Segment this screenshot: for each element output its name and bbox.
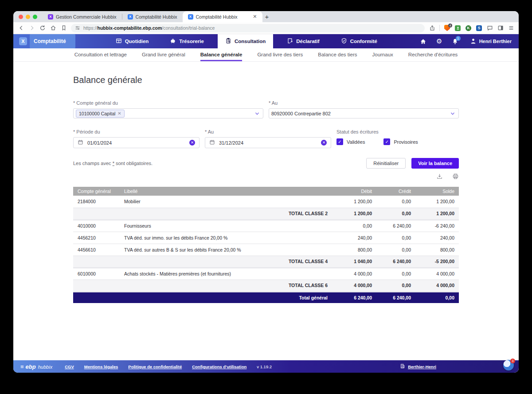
footer-link-configurations[interactable]: Configurations d'utilisation — [192, 364, 246, 369]
remove-chip-icon[interactable]: ✕ — [117, 111, 121, 116]
nav-item-tresorerie[interactable]: Trésorerie — [162, 34, 211, 48]
browser-menu-icon[interactable] — [508, 25, 514, 32]
table-row[interactable]: 4456210 TVA déd. sur immo. sur les débit… — [73, 232, 459, 244]
cell-label: Total général — [120, 292, 332, 303]
cell-solde: 4 000,00 — [415, 280, 459, 292]
table-row[interactable]: 2184000 Mobilier 1 200,00 0,00 1 200,00 — [73, 196, 459, 208]
account-from-group: * Compte général du 10100000 Capital ✕ — [73, 100, 263, 118]
cell-label: TVA déd. sur immo. sur les débits France… — [120, 232, 332, 244]
cell-credit: 0,00 — [376, 268, 415, 280]
shield-check-icon — [341, 38, 347, 45]
table-header-row: Compte général Libellé Débit Crédit Sold… — [73, 187, 459, 196]
subnav-balance-generale[interactable]: Balance générale — [200, 48, 243, 61]
nav-item-consultation[interactable]: Consultation — [218, 34, 273, 48]
footer-link-confidentialite[interactable]: Politique de confidentialité — [128, 364, 182, 369]
minimize-window-button[interactable] — [26, 15, 30, 19]
period-from-group: * Période du 01/01/2024 ✕ — [73, 129, 200, 148]
bookmark-icon[interactable] — [60, 25, 67, 32]
nav-label: Consultation — [235, 39, 266, 44]
period-to-input[interactable]: 31/12/2024 ✕ — [205, 137, 331, 148]
s-extension-icon[interactable]: S — [476, 25, 482, 32]
checkbox-validees[interactable]: ✓ Validées — [336, 138, 365, 145]
table-row[interactable]: 4456610 TVA déd. sur autres B & S sur le… — [73, 244, 459, 256]
col-header-credit[interactable]: Crédit — [376, 187, 415, 196]
upload-extension-icon[interactable] — [454, 25, 461, 32]
home-button-icon[interactable] — [418, 35, 429, 47]
clear-date-icon[interactable]: ✕ — [189, 140, 195, 146]
chat-support-widget[interactable]: 3 — [503, 360, 514, 370]
subnav-consultation-lettrage[interactable]: Consultation et lettrage — [74, 48, 127, 61]
forward-icon[interactable] — [28, 25, 35, 32]
nav-item-conformite[interactable]: Conformité — [333, 34, 385, 48]
app-brand: X Comptabilité — [13, 34, 75, 48]
browser-tab-comptabilite-active[interactable]: X Comptabilité Hubbix ✕ — [183, 11, 262, 22]
browser-tab-gestion-commerciale[interactable]: X Gestion Commerciale Hubbix — [43, 11, 122, 22]
account-to-select[interactable]: 80920000 Contrepartie 802 — [269, 108, 459, 118]
checkbox-provisoires[interactable]: ✓ Provisoires — [383, 138, 418, 145]
col-header-libelle[interactable]: Libellé — [120, 187, 332, 196]
chevron-down-icon — [450, 111, 455, 116]
footer-link-mentions[interactable]: Mentions légales — [84, 364, 118, 369]
table-tools — [73, 173, 459, 181]
status-group: Statut des écritures ✓ Validées ✓ Provis… — [336, 129, 459, 148]
reset-button[interactable]: Réinitialiser — [366, 158, 406, 169]
share-icon[interactable] — [429, 25, 435, 32]
home-icon[interactable] — [50, 25, 56, 32]
view-balance-button[interactable]: Voir la balance — [411, 158, 459, 169]
status-label: Statut des écritures — [336, 129, 459, 134]
shield-extension-icon[interactable]: 4 — [444, 25, 450, 32]
table-row[interactable]: 4010000 Fournisseurs 0,00 6 240,00 -6 24… — [73, 220, 459, 232]
site-settings-icon[interactable] — [75, 25, 80, 31]
col-header-compte[interactable]: Compte général — [73, 187, 120, 196]
grand-total-row: Total général 6 240,00 6 240,00 0,00 — [73, 292, 459, 303]
period-from-input[interactable]: 01/01/2024 ✕ — [73, 137, 200, 148]
fullscreen-window-button[interactable] — [33, 15, 37, 19]
k-extension-icon[interactable]: K — [465, 25, 472, 32]
address-bar[interactable]: https://hubbix-comptabilite.ebp.com/cons… — [71, 24, 425, 32]
account-from-select[interactable]: 10100000 Capital ✕ — [73, 108, 263, 118]
reload-icon[interactable] — [39, 25, 46, 32]
browser-tab-comptabilite-1[interactable]: X Comptabilité Hubbix — [122, 11, 183, 22]
cell-credit: 0,00 — [376, 208, 415, 220]
cell-solde: 0,00 — [415, 292, 459, 303]
footer-link-cgv[interactable]: CGV — [65, 364, 74, 369]
cell-label: TOTAL CLASSE 4 — [120, 256, 332, 268]
cell-solde: 1 200,00 — [415, 196, 459, 208]
header-actions: ⚙ 1 Henri Berthier — [418, 34, 519, 48]
subnav-grand-livre-tiers[interactable]: Grand livre des tiers — [257, 48, 303, 61]
nav-item-declaratif[interactable]: Déclaratif — [279, 34, 327, 48]
product-name: Comptabilité — [30, 34, 75, 48]
status-options: ✓ Validées ✓ Provisoires — [336, 138, 459, 145]
chat-extension-icon[interactable] — [486, 25, 493, 32]
notifications-bell-icon[interactable]: 1 — [450, 35, 461, 47]
col-header-debit[interactable]: Débit — [332, 187, 376, 196]
export-download-icon[interactable] — [436, 173, 443, 181]
company-link[interactable]: Berthier-Henri — [400, 363, 436, 370]
subnav-journaux[interactable]: Journaux — [372, 48, 393, 61]
actions-row: Les champs avec * sont obligatoires. Réi… — [73, 158, 459, 169]
new-tab-button[interactable]: + — [262, 13, 274, 22]
user-menu[interactable]: Henri Berthier — [470, 38, 512, 45]
settings-gear-icon[interactable]: ⚙ — [434, 35, 445, 47]
cell-solde: -5 200,00 — [415, 256, 459, 268]
sub-navigation: Consultation et lettrage Grand livre gén… — [13, 48, 519, 62]
table-row[interactable]: 6010000 Achats stockés - Matières premiè… — [73, 268, 459, 280]
cell-credit: 0,00 — [376, 196, 415, 208]
cell-account: 4456210 — [73, 232, 120, 244]
back-icon[interactable] — [18, 25, 24, 32]
period-from-label: * Période du — [73, 129, 200, 134]
account-to-value: 80920000 Contrepartie 802 — [271, 111, 331, 116]
subnav-grand-livre-general[interactable]: Grand livre général — [142, 48, 185, 61]
close-tab-icon[interactable]: ✕ — [253, 14, 257, 20]
col-header-solde[interactable]: Solde — [415, 187, 459, 196]
cell-label: TOTAL CLASSE 6 — [120, 280, 332, 292]
cell-debit: 1 200,00 — [332, 196, 376, 208]
subnav-balance-tiers[interactable]: Balance des tiers — [318, 48, 357, 61]
close-window-button[interactable] — [19, 15, 23, 19]
nav-item-quotidien[interactable]: Quotidien — [108, 34, 156, 48]
subnav-recherche-ecritures[interactable]: Recherche d'écritures — [408, 48, 458, 61]
clear-date-icon[interactable]: ✕ — [321, 140, 327, 146]
subtotal-row-classe-6: TOTAL CLASSE 6 4 000,00 0,00 4 000,00 — [73, 280, 459, 292]
print-icon[interactable] — [452, 173, 459, 181]
sidebar-toggle-icon[interactable] — [497, 25, 504, 32]
